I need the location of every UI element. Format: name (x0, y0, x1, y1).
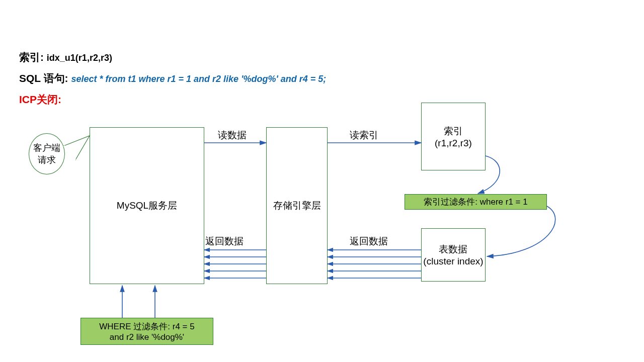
return-data-label-1: 返回数据 (205, 235, 244, 248)
index-box: 索引 (r1,r2,r3) (421, 103, 486, 170)
client-request-callout: 客户端请求 (29, 133, 69, 176)
callout-text: 客户端请求 (29, 142, 64, 166)
storage-layer-text: 存储引擎层 (273, 199, 321, 212)
read-index-label: 读索引 (350, 129, 378, 142)
sql-line: SQL 语句: select * from t1 where r1 = 1 an… (19, 71, 326, 85)
index-box-line1: 索引 (435, 125, 472, 138)
storage-engine-layer-box: 存储引擎层 (266, 127, 328, 284)
index-value: idx_u1(r1,r2,r3) (47, 53, 112, 63)
index-line: 索引: idx_u1(r1,r2,r3) (19, 50, 326, 64)
where-filter-line2: and r2 like '%dog%' (99, 332, 194, 342)
where-filter-greenbox: WHERE 过滤条件: r4 = 5 and r2 like '%dog%' (80, 318, 213, 345)
mysql-layer-text: MySQL服务层 (117, 199, 177, 212)
sql-value: select * from t1 where r1 = 1 and r2 lik… (71, 74, 326, 84)
index-box-line2: (r1,r2,r3) (435, 138, 472, 149)
table-box-line1: 表数据 (423, 243, 483, 256)
icp-off-label: ICP关闭: (19, 93, 326, 107)
index-filter-text: 索引过滤条件: where r1 = 1 (424, 196, 527, 208)
header-block: 索引: idx_u1(r1,r2,r3) SQL 语句: select * fr… (19, 50, 326, 107)
sql-label: SQL 语句: (19, 72, 68, 84)
return-data-label-2: 返回数据 (350, 235, 388, 248)
where-filter-line1: WHERE 过滤条件: r4 = 5 (99, 321, 194, 332)
mysql-service-layer-box: MySQL服务层 (90, 127, 204, 284)
read-data-label: 读数据 (218, 129, 247, 142)
table-data-box: 表数据 (cluster index) (421, 228, 486, 282)
index-filter-greenbox: 索引过滤条件: where r1 = 1 (405, 194, 547, 210)
index-label: 索引: (19, 51, 44, 63)
table-box-line2: (cluster index) (423, 256, 483, 267)
